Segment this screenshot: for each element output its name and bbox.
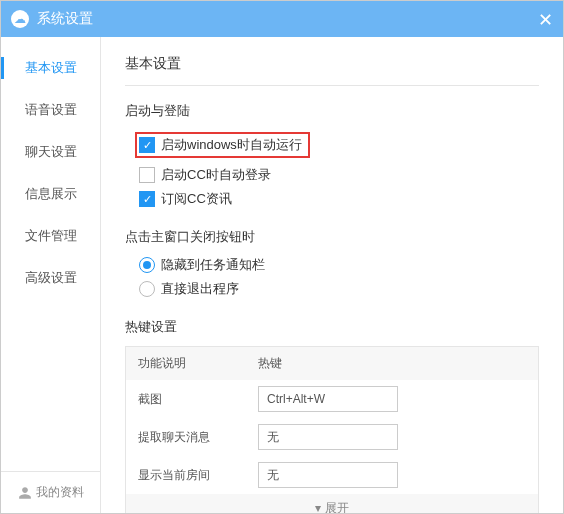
hotkey-name-1: 提取聊天消息	[138, 429, 258, 446]
titlebar: ☁ 系统设置 ✕	[1, 1, 563, 37]
group-startup: 启动与登陆 启动windows时自动运行 启动CC时自动登录 订阅CC资讯	[125, 102, 539, 208]
sidebar-footer-profile[interactable]: 我的资料	[1, 471, 100, 513]
label-subscribe: 订阅CC资讯	[161, 190, 232, 208]
hotkey-input-2[interactable]	[258, 462, 398, 488]
checkbox-auto-login[interactable]	[139, 167, 155, 183]
hotkey-col-name: 功能说明	[138, 355, 258, 372]
sidebar-item-files[interactable]: 文件管理	[1, 215, 100, 257]
sidebar: 基本设置 语音设置 聊天设置 信息展示 文件管理 高级设置 我的资料	[1, 37, 101, 513]
user-icon	[18, 486, 32, 500]
radio-exit[interactable]	[139, 281, 155, 297]
label-exit: 直接退出程序	[161, 280, 239, 298]
sidebar-nav: 基本设置 语音设置 聊天设置 信息展示 文件管理 高级设置	[1, 37, 100, 471]
hotkey-row-fetch-chat: 提取聊天消息	[126, 418, 538, 456]
group-hotkey: 热键设置 功能说明 热键 截图 提取聊天消息 显示当前房	[125, 318, 539, 513]
hotkey-header: 功能说明 热键	[126, 347, 538, 380]
sidebar-item-basic[interactable]: 基本设置	[1, 47, 100, 89]
section-heading: 基本设置	[125, 55, 539, 86]
settings-window: ☁ 系统设置 ✕ 基本设置 语音设置 聊天设置 信息展示 文件管理 高级设置 我…	[0, 0, 564, 514]
window-title: 系统设置	[37, 10, 93, 28]
row-hide-tray[interactable]: 隐藏到任务通知栏	[139, 256, 539, 274]
hotkey-table: 功能说明 热键 截图 提取聊天消息 显示当前房间	[125, 346, 539, 513]
hotkey-input-1[interactable]	[258, 424, 398, 450]
row-exit[interactable]: 直接退出程序	[139, 280, 539, 298]
hotkey-name-2: 显示当前房间	[138, 467, 258, 484]
hotkey-input-0[interactable]	[258, 386, 398, 412]
checkbox-subscribe[interactable]	[139, 191, 155, 207]
checkbox-auto-run[interactable]	[139, 137, 155, 153]
group-close: 点击主窗口关闭按钮时 隐藏到任务通知栏 直接退出程序	[125, 228, 539, 298]
app-icon: ☁	[11, 10, 29, 28]
hotkey-expand[interactable]: ▾展开	[126, 494, 538, 513]
hotkey-row-show-room: 显示当前房间	[126, 456, 538, 494]
group-label-close: 点击主窗口关闭按钮时	[125, 228, 539, 246]
label-auto-login: 启动CC时自动登录	[161, 166, 271, 184]
sidebar-item-info[interactable]: 信息展示	[1, 173, 100, 215]
hotkey-col-key: 热键	[258, 355, 282, 372]
chevron-down-icon: ▾	[315, 501, 321, 513]
sidebar-item-advanced[interactable]: 高级设置	[1, 257, 100, 299]
content-pane: 基本设置 启动与登陆 启动windows时自动运行 启动CC时自动登录 订阅CC…	[101, 37, 563, 513]
sidebar-item-chat[interactable]: 聊天设置	[1, 131, 100, 173]
radio-hide-tray[interactable]	[139, 257, 155, 273]
label-auto-run: 启动windows时自动运行	[161, 136, 302, 154]
row-subscribe[interactable]: 订阅CC资讯	[139, 190, 539, 208]
group-label-hotkey: 热键设置	[125, 318, 539, 336]
label-hide-tray: 隐藏到任务通知栏	[161, 256, 265, 274]
window-body: 基本设置 语音设置 聊天设置 信息展示 文件管理 高级设置 我的资料 基本设置 …	[1, 37, 563, 513]
sidebar-item-voice[interactable]: 语音设置	[1, 89, 100, 131]
close-icon[interactable]: ✕	[538, 9, 553, 31]
hotkey-name-0: 截图	[138, 391, 258, 408]
row-auto-login[interactable]: 启动CC时自动登录	[139, 166, 539, 184]
hotkey-row-screenshot: 截图	[126, 380, 538, 418]
highlight-auto-run: 启动windows时自动运行	[135, 132, 310, 158]
group-label-startup: 启动与登陆	[125, 102, 539, 120]
